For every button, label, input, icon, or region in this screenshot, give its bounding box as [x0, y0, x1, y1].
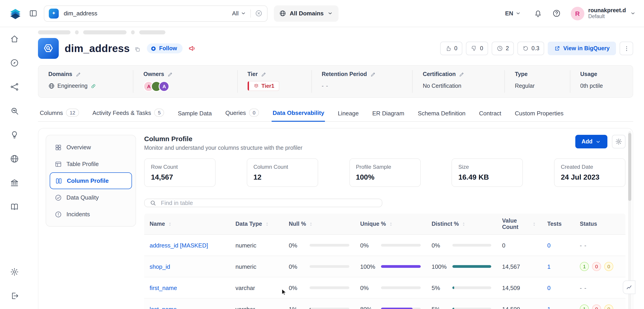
status-cell: - -: [574, 239, 626, 251]
header-actions: 0020.3 View in BigQuery: [440, 42, 633, 55]
pct-cell: 100%: [426, 261, 497, 273]
tab-schema-definition[interactable]: Schema Definition: [417, 107, 466, 122]
column-name-link[interactable]: shop_id: [150, 263, 170, 270]
tab-custom-properties[interactable]: Custom Properties: [514, 107, 564, 122]
tab-label: Data Observability: [273, 110, 324, 117]
data-type: varchar: [230, 303, 283, 309]
edit-domains-icon[interactable]: [76, 71, 81, 77]
tab-columns[interactable]: Columns12: [39, 105, 80, 122]
copy-name-icon[interactable]: [134, 46, 140, 53]
scrollbar-thumb[interactable]: [628, 133, 631, 201]
column-header-distinct-[interactable]: Distinct %: [426, 217, 497, 231]
home-icon[interactable]: [10, 34, 19, 45]
glossary-icon[interactable]: [10, 202, 19, 213]
explore-icon[interactable]: [10, 58, 19, 69]
progress-bar: [452, 308, 491, 309]
settings-icon[interactable]: [10, 267, 19, 278]
governance-icon[interactable]: [10, 178, 19, 189]
view-in-bigquery-button[interactable]: View in BigQuery: [548, 42, 616, 55]
column-header-value-count[interactable]: Value Count: [497, 214, 542, 235]
tab-activity-feeds-tasks[interactable]: Activity Feeds & Tasks5: [92, 105, 165, 122]
edit-retention-icon[interactable]: [370, 71, 376, 77]
page-title: dim_address: [65, 42, 130, 55]
meta-domains-value[interactable]: Engineering: [48, 81, 123, 91]
announcement-icon[interactable]: [188, 44, 196, 53]
table-row: address_id [MASKED]numeric0%0%0%00- -: [144, 235, 626, 256]
clock-button[interactable]: 2: [492, 42, 514, 55]
insights-icon[interactable]: [10, 130, 19, 141]
clear-search-icon[interactable]: [255, 10, 262, 17]
status-badge-success: 1: [580, 262, 589, 271]
tab-contract[interactable]: Contract: [478, 107, 502, 122]
sidebar-toggle-icon[interactable]: [29, 9, 38, 18]
column-header-name[interactable]: Name: [144, 217, 230, 231]
thumb-down-button[interactable]: 0: [466, 42, 488, 55]
user-menu[interactable]: R rounakpreet.d Default: [570, 7, 636, 20]
tab-lineage[interactable]: Lineage: [337, 107, 360, 122]
status-badge-failed: 0: [592, 262, 601, 271]
domain-filter-select[interactable]: All Domains: [274, 5, 338, 22]
pct-cell: 0%: [426, 239, 497, 251]
tests-link[interactable]: 1: [547, 306, 550, 309]
app-logo-icon[interactable]: [8, 6, 22, 21]
find-in-table-input[interactable]: [160, 199, 377, 207]
meta-type-value: Regular: [515, 81, 560, 91]
nav-label: Column Profile: [67, 178, 109, 184]
edit-certification-icon[interactable]: [459, 71, 465, 77]
tab-count-badge: 0: [249, 109, 259, 117]
tests-link[interactable]: 1: [547, 263, 550, 270]
column-name-link[interactable]: last_name: [150, 306, 177, 309]
observability-icon[interactable]: [10, 106, 19, 117]
thumb-up-icon: [445, 45, 452, 52]
progress-bar: [310, 244, 349, 247]
column-header-null-[interactable]: Null %: [283, 217, 355, 231]
lineage-icon[interactable]: [10, 82, 19, 93]
tests-link[interactable]: 0: [547, 284, 550, 291]
profiler-body: Column Profile Monitor and understand yo…: [144, 135, 626, 309]
profiler-nav-data-quality[interactable]: Data Quality: [50, 189, 132, 206]
history-icon: [522, 45, 529, 52]
stat-label: Row Count: [151, 164, 209, 170]
search-input[interactable]: [63, 10, 228, 17]
search-scope-select[interactable]: All: [232, 10, 246, 17]
tests-link[interactable]: 0: [547, 242, 550, 249]
stat-card-profile-sample: Profile Sample100%: [349, 159, 420, 187]
stat-value: 14,567: [151, 173, 209, 182]
value-count: 14,567: [497, 261, 542, 273]
logout-icon[interactable]: [10, 291, 19, 302]
tab-er-diagram[interactable]: ER Diagram: [371, 107, 405, 122]
notifications-bell-icon[interactable]: [534, 9, 542, 18]
help-icon[interactable]: [552, 9, 560, 18]
follow-button[interactable]: Follow: [147, 44, 182, 53]
column-header-unique-[interactable]: Unique %: [355, 217, 426, 231]
column-name-link[interactable]: address_id [MASKED]: [150, 242, 208, 249]
profiler-nav-overview[interactable]: Overview: [50, 139, 132, 156]
tier-tag[interactable]: Tier1: [248, 81, 279, 91]
table-row: shop_idnumeric0%100%100%14,5671100: [144, 256, 626, 277]
edit-tier-icon[interactable]: [261, 71, 267, 77]
user-name: rounakpreet.d: [588, 7, 626, 14]
nav-label: Table Profile: [66, 161, 99, 168]
language-select[interactable]: EN: [505, 10, 521, 17]
tab-sample-data[interactable]: Sample Data: [177, 107, 213, 122]
tab-label: Schema Definition: [418, 110, 466, 117]
profiler-settings-button[interactable]: [612, 135, 626, 149]
profiler-nav-column-profile[interactable]: Column Profile: [50, 173, 132, 189]
thumb-up-button[interactable]: 0: [440, 42, 462, 55]
column-name-link[interactable]: first_name: [150, 284, 177, 291]
tab-label: ER Diagram: [372, 110, 404, 117]
owner-avatar-3[interactable]: A: [159, 81, 170, 92]
column-header-data-type[interactable]: Data Type: [230, 217, 283, 231]
tab-label: Activity Feeds & Tasks: [92, 109, 151, 116]
profiler-nav-table-profile[interactable]: Table Profile: [50, 156, 132, 173]
floating-insights-widget[interactable]: [623, 281, 636, 294]
edit-owners-icon[interactable]: [168, 71, 173, 77]
add-button[interactable]: Add: [575, 135, 608, 149]
profiler-nav-incidents[interactable]: Incidents: [50, 206, 132, 223]
tab-data-observability[interactable]: Data Observability: [272, 106, 325, 122]
tab-queries[interactable]: Queries0: [224, 105, 260, 122]
meta-owners-label: Owners: [144, 71, 164, 77]
domains-icon[interactable]: [10, 154, 19, 165]
history-button[interactable]: 0.3: [518, 42, 544, 55]
more-actions-button[interactable]: [620, 42, 633, 55]
